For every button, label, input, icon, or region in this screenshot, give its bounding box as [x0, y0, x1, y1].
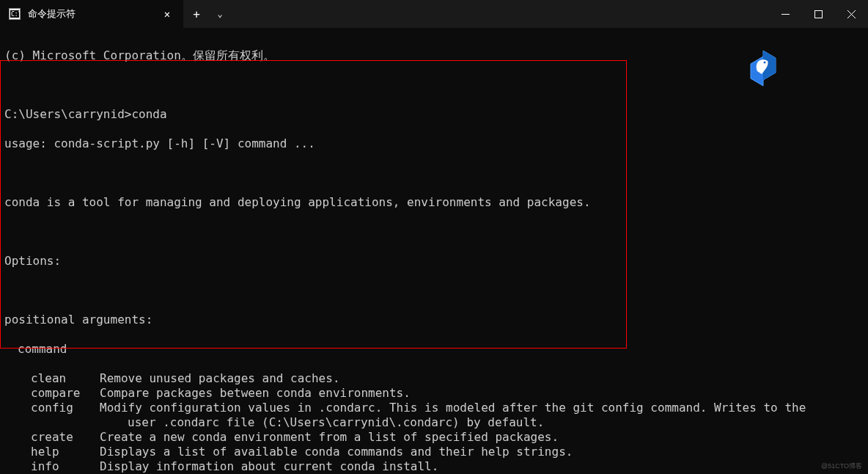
window-controls: [769, 0, 868, 28]
svg-point-6: [764, 62, 766, 64]
command-name: info: [4, 459, 100, 474]
command-description: Remove unused packages and caches.: [100, 371, 340, 386]
usage-line: usage: conda-script.py [-h] [-V] command…: [4, 136, 864, 151]
command-row: infoDisplay information about current co…: [4, 459, 864, 474]
command-name: config: [4, 401, 100, 415]
command-description-continuation: user .condarc file (C:\Users\carrynid\.c…: [4, 415, 864, 430]
watermark: @51CTO博客: [821, 462, 862, 471]
title-bar: C:\ 命令提示符 ✕ + ⌄: [0, 0, 868, 28]
copyright-line: (c) Microsoft Corporation。保留所有权利。: [4, 48, 864, 63]
terminal-output[interactable]: (c) Microsoft Corporation。保留所有权利。 C:\Use…: [0, 28, 868, 474]
command-row: createCreate a new conda environment fro…: [4, 430, 864, 445]
command-description: Modify configuration values in .condarc.…: [100, 401, 806, 415]
prompt-line: C:\Users\carrynid>conda: [4, 107, 864, 122]
cmd-prompt-icon: C:\: [9, 8, 21, 20]
command-name: compare: [4, 386, 100, 401]
command-row: compareCompare packages between conda en…: [4, 386, 864, 401]
command-description: Displays a list of available conda comma…: [100, 445, 573, 459]
tab-title: 命令提示符: [28, 7, 152, 21]
command-row: cleanRemove unused packages and caches.: [4, 371, 864, 386]
thunder-bird-icon: [743, 48, 784, 89]
minimize-button[interactable]: [769, 0, 802, 28]
terminal-tab[interactable]: C:\ 命令提示符 ✕: [0, 0, 183, 28]
close-window-button[interactable]: [835, 0, 868, 28]
maximize-button[interactable]: [802, 0, 835, 28]
command-description: Create a new conda environment from a li…: [100, 430, 559, 445]
options-header: Options:: [4, 254, 864, 269]
command-name: help: [4, 445, 100, 459]
command-description: Compare packages between conda environme…: [100, 386, 411, 401]
command-row: helpDisplays a list of available conda c…: [4, 445, 864, 459]
command-description: Display information about current conda …: [100, 459, 438, 474]
positional-header: positional arguments:: [4, 313, 864, 327]
command-label: command: [4, 342, 864, 357]
svg-text:C:\: C:\: [11, 11, 19, 18]
tab-close-button[interactable]: ✕: [160, 7, 174, 21]
command-name: clean: [4, 371, 100, 386]
new-tab-button[interactable]: +: [183, 0, 210, 28]
tab-dropdown-button[interactable]: ⌄: [210, 0, 230, 28]
command-name: create: [4, 430, 100, 445]
svg-rect-3: [815, 10, 823, 18]
description-line: conda is a tool for managing and deployi…: [4, 195, 864, 210]
command-row: configModify configuration values in .co…: [4, 401, 864, 415]
